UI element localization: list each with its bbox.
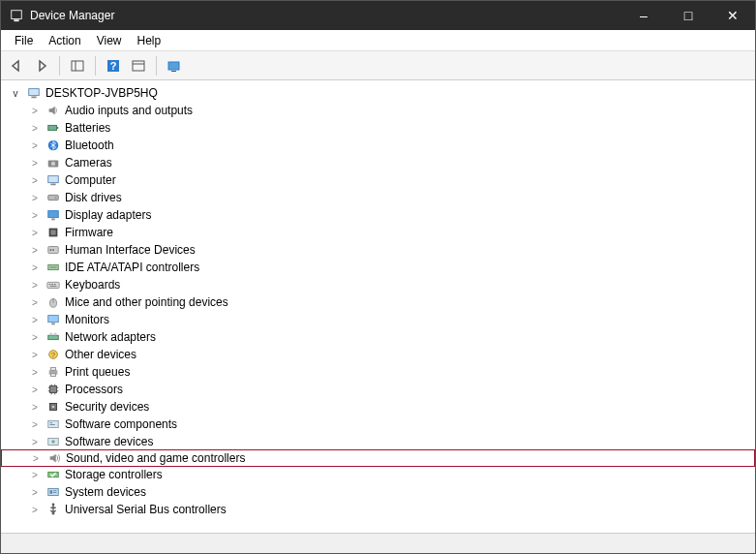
- svg-rect-32: [51, 284, 53, 285]
- expand-icon[interactable]: >: [28, 400, 42, 414]
- keyboard-icon: [45, 277, 61, 292]
- tree-category-node[interactable]: >Mice and other pointing devices: [1, 293, 755, 311]
- svg-rect-9: [171, 71, 176, 72]
- expand-icon[interactable]: >: [28, 243, 42, 257]
- category-label: Monitors: [65, 313, 109, 326]
- sound-icon: [46, 450, 62, 466]
- tree-category-node[interactable]: >Processors: [1, 381, 755, 398]
- svg-rect-34: [50, 286, 57, 287]
- tree-category-node[interactable]: >Storage controllers: [1, 466, 755, 483]
- tree-category-node[interactable]: >Display adapters: [1, 206, 755, 224]
- tree-root-node[interactable]: v DESKTOP-JVBP5HQ: [1, 84, 755, 102]
- device-tree-panel[interactable]: v DESKTOP-JVBP5HQ >Audio inputs and outp…: [1, 80, 755, 534]
- expand-icon[interactable]: >: [28, 468, 42, 481]
- tree-category-node[interactable]: >?Other devices: [1, 346, 755, 363]
- expand-icon[interactable]: >: [28, 383, 42, 396]
- svg-rect-33: [54, 284, 56, 285]
- audio-icon: [45, 103, 61, 118]
- svg-rect-1: [14, 19, 18, 21]
- ide-icon: [45, 260, 61, 275]
- svg-rect-11: [31, 97, 36, 99]
- expand-icon[interactable]: >: [28, 295, 42, 309]
- scan-hardware-button[interactable]: [163, 54, 186, 77]
- tree-category-node[interactable]: >Audio inputs and outputs: [1, 102, 755, 119]
- svg-rect-59: [50, 422, 53, 423]
- expand-icon[interactable]: >: [28, 503, 42, 516]
- expand-icon[interactable]: >: [28, 138, 42, 152]
- tree-category-node[interactable]: >Human Interface Devices: [1, 241, 755, 259]
- expand-icon[interactable]: >: [28, 173, 42, 187]
- category-label: Keyboards: [65, 278, 120, 292]
- svg-rect-67: [53, 492, 57, 493]
- forward-button[interactable]: [30, 54, 53, 77]
- tree-category-node[interactable]: >Firmware: [1, 224, 755, 241]
- svg-rect-47: [50, 386, 57, 393]
- expand-icon[interactable]: >: [28, 278, 42, 292]
- category-label: Universal Serial Bus controllers: [65, 503, 227, 516]
- tree-category-node[interactable]: >Bluetooth: [1, 137, 755, 154]
- expand-icon[interactable]: >: [28, 435, 42, 448]
- collapse-icon[interactable]: v: [9, 86, 22, 100]
- display-icon: [45, 207, 61, 223]
- svg-rect-31: [49, 284, 51, 285]
- expand-icon[interactable]: >: [28, 417, 42, 431]
- tree-category-node[interactable]: >Cameras: [1, 154, 755, 171]
- properties-button[interactable]: [127, 54, 150, 77]
- expand-icon[interactable]: >: [28, 226, 42, 239]
- tree-category-node[interactable]: >Security devices: [1, 398, 755, 416]
- tree-category-node[interactable]: >Monitors: [1, 311, 755, 328]
- expand-icon[interactable]: >: [28, 208, 42, 222]
- expand-icon[interactable]: >: [28, 104, 42, 117]
- expand-icon[interactable]: >: [29, 451, 43, 465]
- tree-category-node[interactable]: >Sound, video and game controllers: [1, 449, 755, 467]
- tree-category-node[interactable]: >Software components: [1, 416, 755, 433]
- tree-category-node[interactable]: >Computer: [1, 171, 755, 189]
- menu-action[interactable]: Action: [41, 32, 88, 49]
- svg-rect-19: [48, 195, 59, 200]
- tree-category-node[interactable]: >Batteries: [1, 119, 755, 137]
- back-button[interactable]: [5, 54, 28, 77]
- expand-icon[interactable]: >: [28, 313, 42, 326]
- expand-icon[interactable]: >: [28, 485, 42, 499]
- svg-rect-69: [52, 513, 55, 515]
- minimize-button[interactable]: –: [621, 1, 666, 30]
- security-icon: [45, 399, 61, 415]
- menu-help[interactable]: Help: [130, 32, 169, 49]
- svg-rect-13: [57, 127, 59, 129]
- category-label: Sound, video and game controllers: [66, 451, 245, 465]
- tree-category-node[interactable]: >Network adapters: [1, 328, 755, 346]
- hid-icon: [45, 242, 61, 258]
- close-button[interactable]: ✕: [711, 1, 755, 30]
- tree-category-node[interactable]: >Keyboards: [1, 276, 755, 293]
- svg-text:?: ?: [51, 352, 55, 358]
- expand-icon[interactable]: >: [28, 121, 42, 135]
- category-label: Storage controllers: [65, 468, 163, 481]
- svg-rect-30: [47, 282, 59, 288]
- tree-category-node[interactable]: >Software devices: [1, 433, 755, 450]
- svg-point-27: [52, 249, 54, 251]
- show-hide-console-tree-button[interactable]: [66, 54, 89, 77]
- tree-category-node[interactable]: >System devices: [1, 483, 755, 501]
- menu-file[interactable]: File: [7, 32, 41, 49]
- menu-view[interactable]: View: [89, 32, 130, 49]
- system-icon: [45, 484, 61, 500]
- tree-category-node[interactable]: >Universal Serial Bus controllers: [1, 501, 755, 518]
- printer-icon: [45, 364, 61, 380]
- tree-category-node[interactable]: >IDE ATA/ATAPI controllers: [1, 259, 755, 276]
- tree-category-node[interactable]: >Disk drives: [1, 189, 755, 206]
- expand-icon[interactable]: >: [28, 348, 42, 361]
- monitor-icon: [45, 312, 61, 327]
- camera-icon: [45, 155, 61, 170]
- expand-icon[interactable]: >: [28, 330, 42, 344]
- expand-icon[interactable]: >: [28, 261, 42, 274]
- tree-category-node[interactable]: >Print queues: [1, 363, 755, 381]
- help-button[interactable]: ?: [102, 54, 125, 77]
- expand-icon[interactable]: >: [28, 365, 42, 379]
- toolbar: ?: [1, 51, 755, 80]
- storage-icon: [45, 467, 61, 482]
- expand-icon[interactable]: >: [28, 156, 42, 169]
- maximize-button[interactable]: □: [666, 1, 711, 30]
- expand-icon[interactable]: >: [28, 191, 42, 204]
- category-label: Firmware: [65, 226, 113, 239]
- other-icon: ?: [45, 347, 61, 362]
